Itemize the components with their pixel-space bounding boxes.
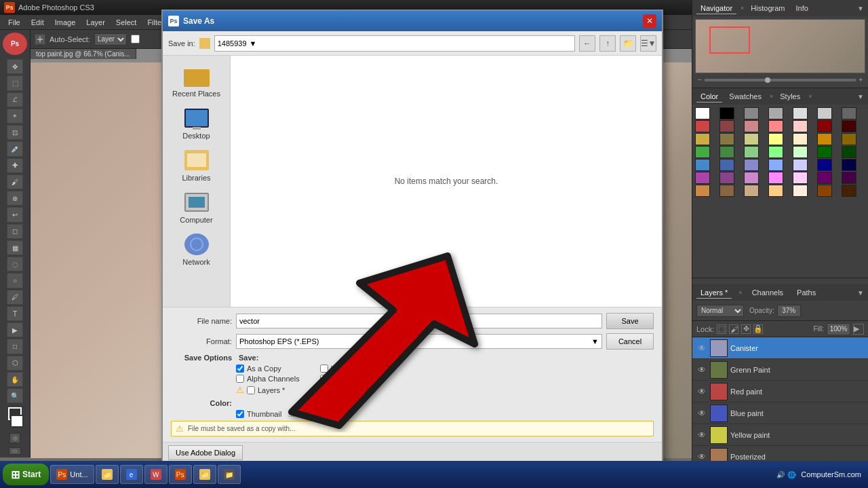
close-swatches-tab[interactable]: ×: [770, 93, 773, 100]
layer-row-grenn-paint[interactable]: 👁Grenn Paint: [692, 359, 868, 381]
color-swatch-5[interactable]: [817, 107, 832, 119]
as-a-copy-checkbox[interactable]: [236, 364, 244, 373]
zoom-slider[interactable]: [705, 79, 856, 81]
color-swatch-13[interactable]: [842, 120, 856, 132]
format-combo[interactable]: Photoshop EPS (*.EPS) ▼: [236, 334, 602, 349]
cancel-button[interactable]: Cancel: [606, 333, 654, 350]
taskbar-item-5[interactable]: Ps: [169, 465, 192, 484]
fill-input[interactable]: [827, 323, 850, 335]
start-button[interactable]: ⊞ Start: [3, 464, 49, 485]
tab-histogram[interactable]: Histogram: [747, 3, 789, 14]
heal-tool-btn[interactable]: ✚: [7, 158, 23, 173]
color-swatch-24[interactable]: [768, 146, 783, 158]
blend-mode-select[interactable]: Normal: [696, 305, 744, 317]
layer-visibility-3[interactable]: 👁: [696, 408, 707, 419]
taskbar-item-3[interactable]: e: [120, 465, 143, 484]
color-swatch-36[interactable]: [719, 172, 734, 184]
background-color[interactable]: [10, 415, 24, 428]
brush-tool-btn[interactable]: 🖌: [7, 174, 23, 189]
toolbar-up-btn[interactable]: ↑: [599, 35, 616, 52]
color-swatch-12[interactable]: [817, 120, 832, 132]
sidebar-place-desktop[interactable]: Desktop: [167, 103, 226, 143]
use-adobe-dialog-button[interactable]: Use Adobe Dialog: [168, 445, 243, 460]
taskbar-item-4[interactable]: W: [144, 465, 167, 484]
lock-image-btn[interactable]: 🖌: [729, 324, 738, 334]
screen-mode-btn[interactable]: ▭: [9, 447, 21, 455]
show-transform-checkbox[interactable]: [131, 35, 140, 43]
move-tool-btn[interactable]: ✥: [7, 59, 23, 74]
sidebar-place-computer[interactable]: Computer: [167, 187, 226, 227]
collapse-color-btn[interactable]: ▼: [857, 93, 864, 100]
tab-channels[interactable]: Channels: [748, 287, 787, 299]
layers-checkbox[interactable]: [247, 386, 255, 394]
menu-file[interactable]: File: [3, 17, 26, 28]
sidebar-place-libraries[interactable]: Libraries: [167, 145, 226, 185]
color-swatch-4[interactable]: [793, 107, 808, 119]
color-swatch-41[interactable]: [842, 172, 856, 184]
layer-row-canister[interactable]: 👁Canister: [692, 337, 868, 359]
color-swatch-0[interactable]: [695, 107, 710, 119]
taskbar-item-7[interactable]: 📁: [218, 465, 241, 484]
color-swatch-31[interactable]: [768, 159, 783, 171]
color-swatch-3[interactable]: [768, 107, 783, 119]
color-swatch-48[interactable]: [842, 185, 856, 197]
color-swatch-16[interactable]: [744, 133, 759, 145]
fill-arrow-btn[interactable]: ▶: [853, 324, 864, 335]
3d-tool-btn[interactable]: ⬡: [7, 356, 23, 371]
color-swatch-23[interactable]: [744, 146, 759, 158]
color-swatch-42[interactable]: [695, 185, 710, 197]
quick-select-tool-btn[interactable]: ⌖: [7, 109, 23, 124]
color-swatch-27[interactable]: [842, 146, 856, 158]
color-swatch-40[interactable]: [817, 172, 832, 184]
toolbar-new-folder-btn[interactable]: 📁: [620, 35, 636, 52]
shape-tool-btn[interactable]: □: [7, 339, 23, 354]
layer-visibility-1[interactable]: 👁: [696, 364, 707, 375]
gradient-tool-btn[interactable]: ▦: [7, 240, 23, 255]
dialog-close-button[interactable]: ✕: [643, 14, 656, 28]
color-swatch-35[interactable]: [695, 172, 710, 184]
color-swatch-33[interactable]: [817, 159, 832, 171]
marquee-tool-btn[interactable]: ⬚: [7, 75, 23, 90]
lock-position-btn[interactable]: ✥: [741, 324, 751, 334]
close-layers-tab[interactable]: ×: [738, 289, 742, 296]
color-swatch-28[interactable]: [695, 159, 710, 171]
toolbar-views-btn[interactable]: ☰▼: [640, 35, 656, 52]
file-name-input[interactable]: [236, 314, 602, 329]
path-select-btn[interactable]: ▶: [7, 322, 23, 337]
save-in-combo[interactable]: 1485939 ▼: [214, 35, 575, 52]
thumbnail-checkbox[interactable]: [236, 410, 244, 418]
layer-visibility-0[interactable]: 👁: [696, 343, 707, 354]
tab-styles[interactable]: Styles: [776, 91, 804, 102]
color-swatch-46[interactable]: [793, 185, 808, 197]
menu-image[interactable]: Image: [50, 17, 81, 28]
tab-color[interactable]: Color: [696, 91, 722, 102]
blur-tool-btn[interactable]: ◌: [7, 257, 23, 271]
taskbar-item-6[interactable]: 📁: [193, 465, 216, 484]
zoom-plus-btn[interactable]: +: [859, 76, 863, 83]
color-swatch-1[interactable]: [719, 107, 734, 119]
color-swatch-8[interactable]: [719, 120, 734, 132]
color-swatch-2[interactable]: [744, 107, 759, 119]
tab-navigator[interactable]: Navigator: [696, 3, 736, 14]
color-swatch-45[interactable]: [768, 185, 783, 197]
menu-layer[interactable]: Layer: [81, 17, 111, 28]
icc-profile-checkbox[interactable]: [320, 375, 328, 383]
taskbar-item-unt[interactable]: Ps Unt...: [50, 465, 94, 484]
color-swatch-14[interactable]: [695, 133, 710, 145]
crop-tool-btn[interactable]: ⊡: [7, 125, 23, 140]
color-swatch-25[interactable]: [793, 146, 808, 158]
lock-all-btn[interactable]: 🔒: [753, 324, 763, 334]
color-swatch-38[interactable]: [768, 172, 783, 184]
clone-stamp-btn[interactable]: ⊕: [7, 191, 23, 206]
opacity-input[interactable]: [777, 305, 801, 317]
color-swatch-29[interactable]: [719, 159, 734, 171]
color-swatch-22[interactable]: [719, 146, 734, 158]
tab-swatches[interactable]: Swatches: [725, 91, 766, 102]
color-swatch-43[interactable]: [719, 185, 734, 197]
zoom-minus-btn[interactable]: −: [698, 76, 702, 83]
color-swatch-20[interactable]: [842, 133, 856, 145]
tab-info[interactable]: Info: [791, 3, 812, 14]
color-swatch-30[interactable]: [744, 159, 759, 171]
canvas-tab[interactable]: top paint.jpg @ 66.7% (Canis...: [31, 49, 136, 59]
collapse-navigator-btn[interactable]: ▼: [857, 5, 864, 12]
